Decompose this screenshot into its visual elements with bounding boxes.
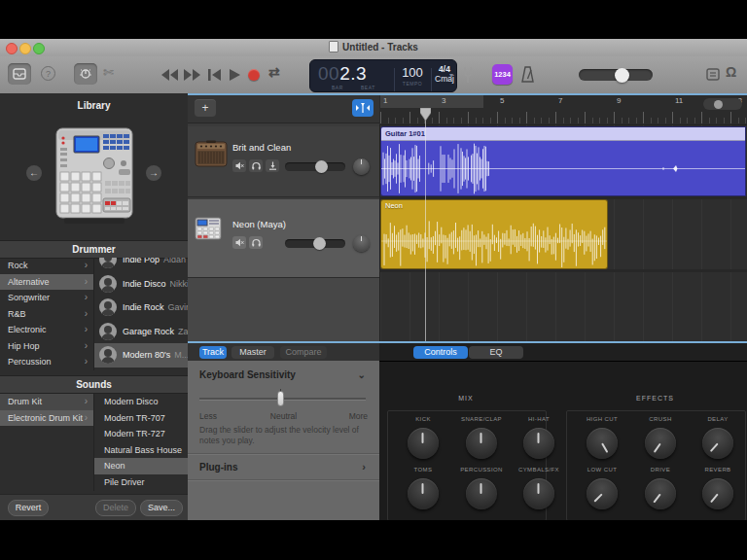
audio-region-guitar[interactable]: Guitar 1#01 xyxy=(380,126,746,196)
smart-controls-button[interactable] xyxy=(74,63,97,85)
tab-eq[interactable]: EQ xyxy=(469,346,523,359)
preset-item[interactable]: Modern Disco xyxy=(94,394,188,410)
sensitivity-description: Drag the slider to adjust the velocity l… xyxy=(199,425,369,447)
mute-button[interactable] xyxy=(232,159,246,172)
save-button[interactable]: Save... xyxy=(140,500,183,516)
loop-browser-button[interactable]: Ω xyxy=(726,64,736,80)
knob-pointer xyxy=(422,433,424,443)
record-button[interactable] xyxy=(248,69,260,81)
headphones-button[interactable] xyxy=(249,159,263,172)
tab-master[interactable]: Master xyxy=(231,346,274,359)
track-volume-slider[interactable] xyxy=(285,162,345,171)
knob-crush[interactable] xyxy=(645,428,676,459)
knob-percussion[interactable] xyxy=(466,478,497,509)
lcd-display[interactable]: 002.3 BAR BEAT 100 TEMPO 4/4 Cmaj ▾ xyxy=(309,59,457,92)
rewind-button[interactable] xyxy=(161,69,178,81)
kit-item[interactable]: Drum Kit› xyxy=(0,394,93,410)
collapse-chevron-icon[interactable]: ⌄ xyxy=(358,369,366,380)
knob-high-cut[interactable] xyxy=(587,428,618,459)
editors-scissors-button[interactable]: ✄ xyxy=(103,65,114,80)
preset-item[interactable]: Natural Bass House xyxy=(94,442,188,459)
genre-item[interactable]: Songwriter› xyxy=(0,290,93,306)
count-in-button[interactable]: 1234 xyxy=(492,64,513,85)
timeline-ruler[interactable]: 135791113 xyxy=(379,95,747,125)
knob-pointer xyxy=(422,483,424,494)
plugins-chevron-icon[interactable]: › xyxy=(362,461,366,472)
knob-pointer xyxy=(654,494,661,504)
track-volume-slider[interactable] xyxy=(285,239,345,248)
tab-controls[interactable]: Controls xyxy=(413,346,468,359)
tab-compare[interactable]: Compare xyxy=(280,346,327,359)
genre-item[interactable]: Percussion› xyxy=(0,354,93,370)
tab-track[interactable]: Track xyxy=(199,346,227,359)
kit-item[interactable]: Electronic Drum Kit› xyxy=(0,410,93,427)
library-toggle-button[interactable] xyxy=(8,63,31,85)
genre-item[interactable]: Alternative› xyxy=(0,274,93,291)
toolbar: ? ✄ ⇄ 002.3 BAR BEAT 100 TEMPO 4/4 xyxy=(0,56,747,94)
ruler-bar-number: 5 xyxy=(500,96,504,105)
playhead[interactable] xyxy=(425,109,426,341)
drummer-item[interactable]: Garage RockZak xyxy=(94,320,188,344)
lcd-chevron-down-icon[interactable]: ▾ xyxy=(449,71,453,80)
audio-region-neon[interactable]: Neon xyxy=(380,199,608,269)
zoom-slider-thumb[interactable] xyxy=(714,100,723,109)
library-next-arrow-button[interactable]: → xyxy=(146,165,161,181)
master-volume-slider[interactable] xyxy=(579,69,653,81)
genre-item[interactable]: R&B› xyxy=(0,306,93,323)
genre-item[interactable]: Hip Hop› xyxy=(0,338,93,355)
preset-item[interactable]: Modern TR-707 xyxy=(94,410,188,427)
knob-toms[interactable] xyxy=(408,478,439,509)
pan-knob[interactable] xyxy=(353,158,370,175)
pan-knob[interactable] xyxy=(353,235,370,252)
preset-list: Modern DiscoModern TR-707Modern TR-727Na… xyxy=(94,394,188,491)
mute-button[interactable] xyxy=(232,236,246,249)
drummer-item[interactable]: Indie RockGavin xyxy=(94,296,188,320)
track-volume-thumb[interactable] xyxy=(315,160,328,173)
notepad-button[interactable] xyxy=(706,68,720,81)
catch-playhead-icon xyxy=(356,103,370,113)
fast-forward-button[interactable] xyxy=(184,69,200,81)
knob-snare-clap[interactable] xyxy=(466,428,497,459)
input-button[interactable] xyxy=(266,159,279,172)
lane-separator xyxy=(379,269,747,272)
track-header[interactable]: Brit and Clean xyxy=(188,126,379,197)
catch-playhead-button[interactable] xyxy=(352,99,374,117)
delete-button[interactable]: Delete xyxy=(95,500,136,516)
metronome-icon[interactable] xyxy=(520,66,535,83)
playhead-marker[interactable] xyxy=(420,108,431,121)
drummer-item[interactable]: Indie PopAidan xyxy=(94,258,188,272)
knob-hi-hat[interactable] xyxy=(523,428,554,459)
master-volume-thumb[interactable] xyxy=(615,68,629,83)
tuner-fork-icon[interactable] xyxy=(463,66,473,84)
drummer-name: Indie RockGavin xyxy=(123,302,188,312)
genre-item[interactable]: Electronic› xyxy=(0,322,93,338)
knob-low-cut[interactable] xyxy=(587,478,618,509)
revert-button[interactable]: Revert xyxy=(8,500,49,516)
lcd-tempo-section: 100 TEMPO xyxy=(395,60,430,91)
knob-delay[interactable] xyxy=(702,428,733,459)
sensitivity-slider-thumb[interactable] xyxy=(277,391,284,406)
go-to-beginning-button[interactable] xyxy=(208,69,221,81)
chevron-right-icon: › xyxy=(85,394,88,410)
knob-reverb[interactable] xyxy=(702,478,733,509)
preset-item[interactable]: Pile Driver xyxy=(94,474,188,491)
track-header[interactable]: Neon (Maya) xyxy=(188,199,379,278)
headphones-button[interactable] xyxy=(249,236,263,249)
play-button[interactable] xyxy=(230,69,240,81)
knob-kick[interactable] xyxy=(408,428,439,459)
knob-cymbals-fx[interactable] xyxy=(523,478,554,509)
track-name[interactable]: Brit and Clean xyxy=(232,142,291,153)
preset-item[interactable]: Neon xyxy=(94,458,188,474)
library-prev-arrow-button[interactable]: ← xyxy=(26,165,42,181)
drummer-item[interactable]: Modern 80'sM... xyxy=(94,343,188,368)
knob-drive[interactable] xyxy=(645,478,676,509)
genre-item[interactable]: Rock› xyxy=(0,258,93,274)
preset-item[interactable]: Modern TR-727 xyxy=(94,426,188,442)
cycle-button[interactable]: ⇄ xyxy=(268,64,280,80)
track-name[interactable]: Neon (Maya) xyxy=(232,219,286,229)
horizontal-zoom-slider[interactable] xyxy=(703,98,742,110)
drummer-item[interactable]: Indie DiscoNikki xyxy=(94,272,188,297)
add-track-button[interactable]: + xyxy=(195,99,216,117)
quick-help-button[interactable]: ? xyxy=(41,66,55,81)
track-volume-thumb[interactable] xyxy=(313,237,326,250)
